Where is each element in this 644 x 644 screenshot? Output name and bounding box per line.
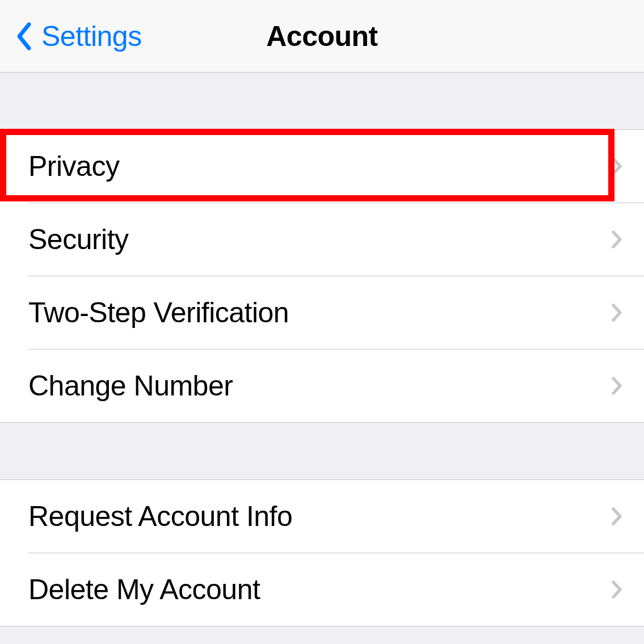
chevron-right-icon <box>611 376 622 395</box>
navigation-header: Settings Account <box>0 0 644 73</box>
row-privacy[interactable]: Privacy <box>0 130 644 203</box>
row-delete-my-account[interactable]: Delete My Account <box>0 553 644 626</box>
row-security[interactable]: Security <box>0 203 644 276</box>
chevron-left-icon <box>16 22 31 50</box>
chevron-right-icon <box>611 230 622 249</box>
section-spacer <box>0 73 644 129</box>
chevron-right-icon <box>611 580 622 599</box>
section-spacer <box>0 423 644 479</box>
row-label: Delete My Account <box>28 573 260 606</box>
chevron-right-icon <box>611 303 622 322</box>
row-two-step-verification[interactable]: Two-Step Verification <box>0 276 644 349</box>
back-label: Settings <box>41 20 142 53</box>
settings-group-2: Request Account Info Delete My Account <box>0 479 644 626</box>
chevron-right-icon <box>611 157 622 176</box>
row-request-account-info[interactable]: Request Account Info <box>0 480 644 553</box>
settings-group-1: Privacy Security Two-Step Verification C… <box>0 129 644 423</box>
row-change-number[interactable]: Change Number <box>0 350 644 422</box>
chevron-right-icon <box>611 507 622 526</box>
row-label: Privacy <box>28 150 119 183</box>
back-button[interactable]: Settings <box>16 0 142 73</box>
row-label: Request Account Info <box>28 500 292 533</box>
row-label: Security <box>28 223 129 256</box>
row-label: Change Number <box>28 369 233 402</box>
row-label: Two-Step Verification <box>28 296 289 329</box>
